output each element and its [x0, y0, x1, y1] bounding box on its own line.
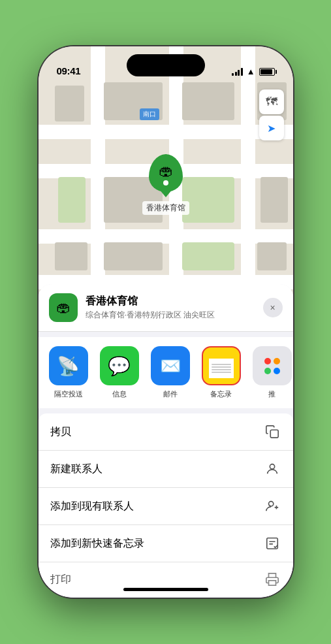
map-type-button[interactable]: 🗺 [259, 89, 284, 114]
marker-pin: 🏟 [149, 154, 183, 192]
notes-label: 备忘录 [210, 389, 232, 399]
copy-icon [263, 423, 281, 441]
action-new-contact[interactable]: 新建联系人 [39, 451, 293, 488]
svg-point-2 [268, 502, 273, 506]
airdrop-label: 隔空投送 [54, 389, 83, 399]
signal-bars-icon [232, 68, 243, 76]
marker-label: 香港体育馆 [142, 201, 189, 215]
action-quick-notes-label: 添加到新快速备忘录 [50, 537, 144, 551]
quick-notes-icon [263, 534, 281, 553]
bottom-sheet: 🏟 香港体育馆 综合体育馆·香港特别行政区 油尖旺区 × 📡 隔空投送 [39, 284, 293, 598]
messages-label: 信息 [112, 389, 127, 399]
share-row: 📡 隔空投送 💬 信息 ✉️ 邮件 [39, 337, 293, 408]
action-copy[interactable]: 拷贝 [39, 413, 293, 451]
phone-screen: 09:41 ▲ [39, 46, 293, 598]
status-icons: ▲ [232, 67, 274, 76]
location-button[interactable]: ➤ [259, 116, 284, 140]
notes-icon-box [202, 346, 241, 385]
action-quick-notes[interactable]: 添加到新快速备忘录 [39, 525, 293, 562]
mail-label: 邮件 [163, 389, 178, 399]
venue-name: 香港体育馆 [86, 295, 255, 308]
share-item-airdrop[interactable]: 📡 隔空投送 [45, 346, 92, 399]
action-print-label: 打印 [50, 573, 71, 587]
add-contact-icon [263, 497, 281, 515]
venue-marker[interactable]: 🏟 香港体育馆 [142, 154, 189, 215]
share-item-notes[interactable]: 备忘录 [198, 346, 245, 399]
print-icon [263, 570, 281, 588]
action-copy-label: 拷贝 [50, 425, 71, 439]
svg-rect-8 [268, 581, 276, 585]
action-list: 拷贝 新建联系人 [39, 413, 293, 596]
svg-point-1 [270, 464, 274, 469]
venue-subtitle: 综合体育馆·香港特别行政区 油尖旺区 [86, 310, 255, 321]
mail-icon: ✉️ [160, 356, 181, 376]
stadium-icon: 🏟 [159, 163, 173, 180]
status-time: 09:41 [57, 65, 81, 76]
action-add-contact[interactable]: 添加到现有联系人 [39, 488, 293, 525]
share-item-mail[interactable]: ✉️ 邮件 [147, 346, 194, 399]
home-indicator [123, 588, 208, 591]
dynamic-island [127, 54, 205, 76]
close-button[interactable]: × [263, 298, 283, 317]
action-new-contact-label: 新建联系人 [50, 462, 102, 476]
new-contact-icon [263, 460, 281, 478]
sheet-header: 🏟 香港体育馆 综合体育馆·香港特别行政区 油尖旺区 × [39, 284, 293, 332]
messages-icon: 💬 [108, 355, 131, 377]
mail-icon-box: ✉️ [151, 346, 190, 385]
more-label: 推 [268, 389, 276, 399]
airdrop-icon: 📡 [57, 355, 80, 377]
wifi-icon: ▲ [247, 67, 255, 76]
venue-icon-circle: 🏟 [49, 293, 78, 322]
airdrop-icon-box: 📡 [49, 346, 88, 385]
more-icon-box [253, 346, 292, 385]
action-add-contact-label: 添加到现有联系人 [50, 500, 134, 513]
svg-rect-0 [270, 430, 278, 438]
phone-frame: 09:41 ▲ [39, 46, 293, 598]
battery-icon [259, 68, 275, 76]
messages-icon-box: 💬 [100, 346, 139, 385]
venue-info: 香港体育馆 综合体育馆·香港特别行政区 油尖旺区 [86, 295, 255, 321]
action-print[interactable]: 打印 [39, 562, 293, 596]
share-item-messages[interactable]: 💬 信息 [96, 346, 143, 399]
map-exit-label: 南口 [140, 108, 159, 120]
share-item-more[interactable]: 推 [249, 346, 293, 399]
map-controls: 🗺 ➤ [259, 89, 284, 140]
